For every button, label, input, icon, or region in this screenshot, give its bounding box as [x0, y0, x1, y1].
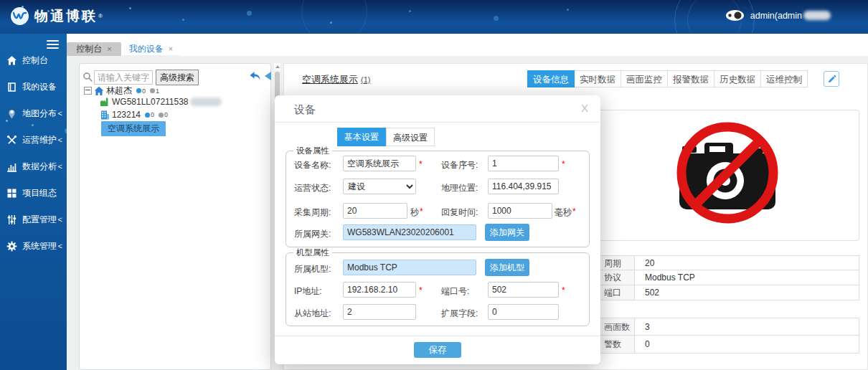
device-no-input[interactable] — [488, 156, 559, 171]
reply-time-label: 回复时间: — [441, 207, 478, 219]
tab-close-icon[interactable]: × — [107, 44, 111, 53]
search-input[interactable] — [94, 70, 153, 85]
sidebar-item-my-devices[interactable]: 我的设备 — [0, 76, 67, 98]
model-label: 所属机型: — [294, 263, 331, 275]
serial-redacted-patch — [190, 98, 222, 106]
gateway-label: 所属网关: — [294, 228, 331, 240]
tab-screen-monitor[interactable]: 画面监控 — [621, 70, 668, 87]
tab-realtime-data[interactable]: 实时数据 — [574, 70, 621, 87]
group-legend: 机型属性 — [293, 247, 332, 258]
collapse-panel-icon[interactable] — [265, 72, 271, 80]
username-label: admin(admin — [750, 11, 802, 21]
tab-basic-settings[interactable]: 基本设置 — [337, 128, 386, 146]
reply-time-input[interactable] — [488, 203, 552, 219]
dialog-footer-divider — [275, 336, 600, 336]
device-name-input[interactable] — [343, 156, 416, 171]
save-button[interactable]: 保存 — [414, 342, 461, 358]
tab-close-icon[interactable]: × — [169, 44, 173, 53]
tab-device-info[interactable]: 设备信息 — [527, 70, 575, 87]
milliseconds-suffix: 毫秒 — [555, 207, 572, 219]
scrollbar-up-arrow[interactable] — [274, 63, 280, 70]
tab-history-data[interactable]: 历史数据 — [714, 70, 761, 87]
menu-toggle-icon[interactable] — [47, 40, 59, 49]
offline-count: 1 — [156, 87, 159, 95]
sidebar-item-project-config[interactable]: 项目组态 — [0, 182, 67, 204]
gateway-input[interactable] — [343, 224, 476, 240]
sidebar-item-map[interactable]: 地图分布 < — [0, 103, 67, 124]
tab-advanced-settings[interactable]: 高级设置 — [386, 128, 435, 146]
tree-node-group[interactable]: 123214 0 0 — [100, 110, 168, 120]
add-gateway-button[interactable]: 添加网关 — [485, 224, 529, 241]
required-mark: * — [572, 207, 576, 217]
tree-expand-icon[interactable] — [84, 87, 92, 95]
dialog-title: 设备 — [294, 103, 316, 117]
advanced-search-button[interactable]: 高级搜索 — [156, 70, 199, 85]
tab-alarm-data[interactable]: 报警数据 — [667, 70, 714, 87]
sidebar-item-label: 运营维护 — [22, 134, 57, 146]
home-icon — [6, 55, 17, 66]
tree-node-label: 123214 — [112, 110, 141, 120]
chevron-collapsed-icon: < — [58, 162, 62, 171]
building-icon — [100, 110, 110, 120]
model-input[interactable] — [343, 260, 476, 275]
avatar-icon — [725, 9, 745, 22]
port-input[interactable] — [488, 282, 559, 298]
logo-text: 物通博联 — [34, 7, 98, 26]
collect-cycle-input[interactable] — [343, 203, 407, 219]
ip-label: IP地址: — [294, 285, 322, 298]
add-model-button[interactable]: 添加机型 — [485, 259, 529, 276]
slave-addr-input[interactable] — [343, 304, 416, 320]
device-title: 空调系统展示 — [302, 74, 358, 85]
sidebar-item-analytics[interactable]: 数据分析 < — [0, 156, 67, 177]
no-camera-icon — [672, 118, 783, 229]
refresh-back-icon[interactable] — [249, 71, 261, 82]
map-pin-icon — [6, 108, 17, 119]
row-value: 3 — [635, 318, 650, 335]
edit-device-button[interactable] — [824, 71, 839, 87]
logo-registered-mark: ® — [98, 13, 103, 19]
required-mark: * — [420, 207, 423, 217]
sidebar-item-label: 项目组态 — [22, 187, 57, 199]
sidebar-item-system-mgmt[interactable]: 系统管理 < — [0, 235, 67, 257]
dialog-header-divider — [275, 122, 600, 123]
sidebar-item-label: 配置管理 — [22, 214, 57, 226]
online-count: 0 — [142, 87, 146, 95]
tab-console[interactable]: 控制台× — [67, 42, 121, 56]
pencil-icon — [827, 75, 836, 84]
row-value: 0 — [635, 336, 650, 353]
tree-node-gateway[interactable]: WG581LL07211538 — [100, 97, 222, 107]
row-value: Modbus TCP — [635, 270, 695, 285]
sidebar-item-console[interactable]: 控制台 — [0, 49, 67, 71]
op-status-select[interactable]: 建设 — [343, 179, 416, 194]
grid-icon — [6, 188, 17, 199]
close-icon[interactable]: X — [581, 102, 588, 114]
selected-device-label[interactable]: 空调系统展示 — [101, 121, 166, 136]
sidebar-item-label: 地图分布 — [22, 108, 57, 120]
device-name-label: 设备名称: — [294, 159, 331, 171]
logo-icon — [10, 6, 29, 26]
location-input[interactable] — [488, 179, 559, 194]
required-mark: * — [419, 159, 423, 169]
online-count: 0 — [151, 111, 154, 118]
tree-node-root[interactable]: 林超杰 0 1 — [84, 85, 159, 97]
collect-cycle-label: 采集周期: — [294, 207, 331, 219]
tab-ops-control[interactable]: 运维控制 — [760, 70, 808, 87]
gear-icon — [6, 241, 17, 252]
sidebar-item-operations[interactable]: 运营维护 < — [0, 129, 67, 151]
tree-node-label: WG581LL07211538 — [112, 97, 189, 107]
ext-field-input[interactable] — [488, 304, 559, 320]
top-header: 物通博联 ® admin(admin — [0, 0, 868, 34]
ip-input[interactable] — [343, 282, 416, 298]
chevron-collapsed-icon: < — [58, 215, 62, 224]
sidebar-item-label: 数据分析 — [22, 161, 57, 173]
tab-my-devices[interactable]: 我的设备× — [123, 42, 179, 56]
row-value: 502 — [635, 285, 659, 300]
tree-node-device-selected[interactable]: 空调系统展示 — [101, 121, 166, 136]
brand-logo: 物通博联 ® — [10, 6, 103, 26]
tab-label: 我的设备 — [129, 44, 164, 54]
device-count: (1) — [361, 75, 370, 84]
user-menu[interactable]: admin(admin — [725, 9, 831, 22]
sidebar-item-settings-mgmt[interactable]: 配置管理 < — [0, 209, 67, 230]
tree-node-label: 林超杰 — [106, 85, 132, 97]
device-title-link[interactable]: 空调系统展示(1) — [302, 73, 370, 86]
